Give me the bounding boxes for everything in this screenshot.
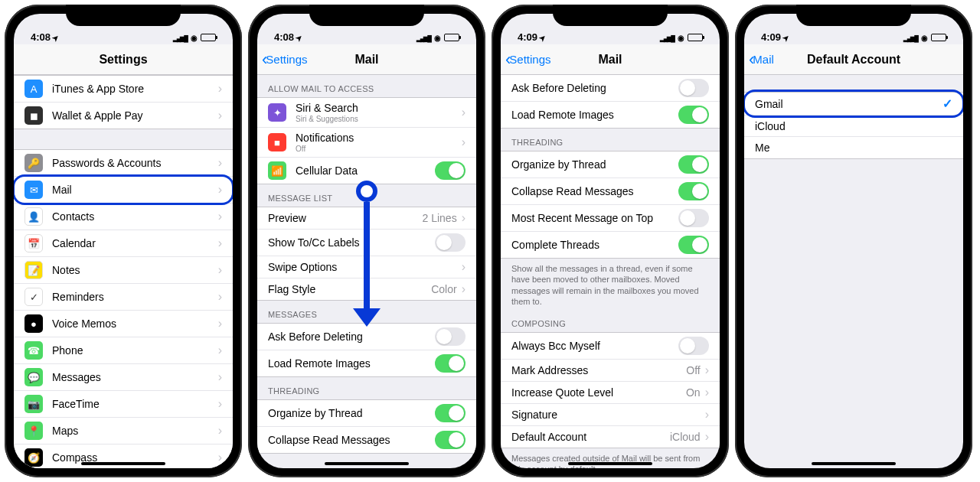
settings-row[interactable]: 🔑Passwords & Accounts› (14, 150, 233, 177)
settings-row[interactable]: 📝Notes› (14, 257, 233, 284)
settings-row[interactable]: Increase Quote LevelOn› (501, 382, 720, 404)
toggle-switch[interactable] (435, 431, 466, 449)
toggle-switch[interactable] (435, 327, 466, 346)
toggle-switch[interactable] (678, 155, 709, 174)
back-button[interactable]: ‹Mail (749, 51, 774, 68)
home-indicator[interactable] (325, 462, 409, 465)
toggle-switch[interactable] (678, 106, 709, 124)
settings-row[interactable]: ☎Phone› (14, 337, 233, 364)
phone-3: 4:09 ‹Settings Mail Ask Before DeletingL… (492, 5, 729, 477)
home-indicator[interactable] (81, 462, 165, 465)
settings-row[interactable]: 📍Maps› (14, 418, 233, 445)
settings-row[interactable]: Collapse Read Messages (501, 178, 720, 205)
chevron-right-icon: › (462, 211, 466, 225)
nav-bar: ‹Mail Default Account (744, 44, 963, 75)
row-detail: Color (431, 283, 456, 295)
settings-row[interactable]: Load Remote Images (257, 350, 476, 376)
settings-row[interactable]: Default AccountiCloud› (501, 426, 720, 448)
settings-row[interactable]: Signature› (501, 404, 720, 426)
status-right (173, 31, 216, 43)
phone-1: 4:08 Settings AiTunes & App Store›◼Walle… (5, 5, 242, 477)
back-button[interactable]: ‹Settings (505, 51, 551, 68)
settings-row[interactable]: Organize by Thread (257, 400, 476, 427)
toggle-switch[interactable] (435, 404, 466, 422)
settings-row[interactable]: 👤Contacts› (14, 204, 233, 230)
signal-icon (173, 31, 188, 43)
app-icon: 📶 (268, 161, 286, 180)
chevron-right-icon: › (218, 263, 222, 277)
settings-row[interactable]: iCloud (744, 116, 963, 137)
row-label: Mark Addresses (511, 364, 686, 376)
settings-group-store: AiTunes & App Store›◼Wallet & Apple Pay› (14, 75, 233, 129)
screen: 4:08 Settings AiTunes & App Store›◼Walle… (14, 14, 233, 468)
location-icon (537, 31, 545, 43)
row-label: Preview (268, 212, 423, 224)
row-label: iCloud (755, 120, 952, 132)
settings-row[interactable]: 📷FaceTime› (14, 391, 233, 418)
settings-row[interactable]: Collapse Read Messages (257, 427, 476, 453)
home-indicator[interactable] (812, 462, 896, 465)
section-header-access: ALLOW MAIL TO ACCESS (257, 75, 476, 97)
status-right (416, 31, 459, 43)
row-label: Reminders (52, 291, 218, 303)
toggle-switch[interactable] (678, 236, 709, 254)
settings-row[interactable]: Ask Before Deleting (501, 75, 720, 102)
toggle-switch[interactable] (678, 337, 709, 355)
settings-row[interactable]: ■NotificationsOff› (257, 128, 476, 158)
toggle-switch[interactable] (435, 161, 466, 180)
settings-row[interactable]: Organize by Thread (501, 151, 720, 178)
row-label: Notes (52, 264, 218, 276)
settings-row[interactable]: Gmail✓ (744, 93, 963, 116)
row-label: Mail (52, 184, 218, 196)
chevron-right-icon: › (705, 386, 709, 399)
toggle-switch[interactable] (435, 354, 466, 373)
notch (66, 5, 181, 26)
wifi-icon (191, 31, 198, 43)
chevron-right-icon: › (705, 363, 709, 377)
app-icon: 📍 (24, 422, 43, 440)
screen: 4:09 ‹Mail Default Account Gmail✓iCloudM… (744, 14, 963, 468)
settings-row[interactable]: 📅Calendar› (14, 230, 233, 257)
settings-row[interactable]: Always Bcc Myself (501, 333, 720, 360)
row-label: Most Recent Message on Top (511, 212, 678, 224)
settings-row[interactable]: Me (744, 137, 963, 158)
list-threading: Organize by ThreadCollapse Read Messages (257, 399, 476, 454)
wifi-icon (678, 31, 684, 43)
battery-icon (688, 34, 703, 41)
settings-row[interactable]: Complete Threads (501, 232, 720, 258)
row-label: Increase Quote Level (511, 386, 686, 399)
status-time: 4:09 (518, 31, 545, 43)
checkmark-icon: ✓ (942, 96, 952, 111)
settings-row[interactable]: 💬Messages› (14, 364, 233, 391)
settings-row[interactable]: ●Voice Memos› (14, 311, 233, 337)
toggle-switch[interactable] (435, 233, 466, 252)
app-icon: ✉ (24, 181, 43, 199)
back-button[interactable]: ‹Settings (262, 51, 308, 68)
settings-row[interactable]: ◼Wallet & Apple Pay› (14, 103, 233, 129)
toggle-switch[interactable] (678, 209, 709, 227)
chevron-right-icon: › (218, 183, 222, 197)
toggle-switch[interactable] (678, 79, 709, 97)
settings-row[interactable]: Load Remote Images (501, 102, 720, 128)
section-footer-composing: Messages created outside of Mail will be… (501, 448, 720, 468)
settings-row[interactable]: 📶Cellular Data (257, 158, 476, 184)
home-indicator[interactable] (568, 462, 652, 465)
wifi-icon (921, 31, 928, 43)
settings-row[interactable]: ✉Mail› (14, 177, 233, 204)
row-label: Calendar (52, 237, 218, 249)
row-subtitle: Siri & Suggestions (296, 115, 462, 123)
settings-row[interactable]: ✦Siri & SearchSiri & Suggestions› (257, 98, 476, 128)
row-label: Ask Before Deleting (511, 82, 678, 94)
settings-row[interactable]: ✓Reminders› (14, 284, 233, 311)
chevron-right-icon: › (218, 210, 222, 223)
chevron-right-icon: › (218, 109, 222, 122)
battery-icon (931, 34, 946, 41)
settings-row[interactable]: Mark AddressesOff› (501, 360, 720, 382)
settings-row[interactable]: Most Recent Message on Top (501, 205, 720, 232)
row-label: Collapse Read Messages (268, 434, 435, 446)
settings-row[interactable]: Ask Before Deleting (257, 324, 476, 350)
toggle-switch[interactable] (678, 182, 709, 200)
chevron-right-icon: › (218, 236, 222, 250)
settings-row[interactable]: AiTunes & App Store› (14, 76, 233, 103)
list-messages: Ask Before DeletingLoad Remote Images (257, 323, 476, 377)
